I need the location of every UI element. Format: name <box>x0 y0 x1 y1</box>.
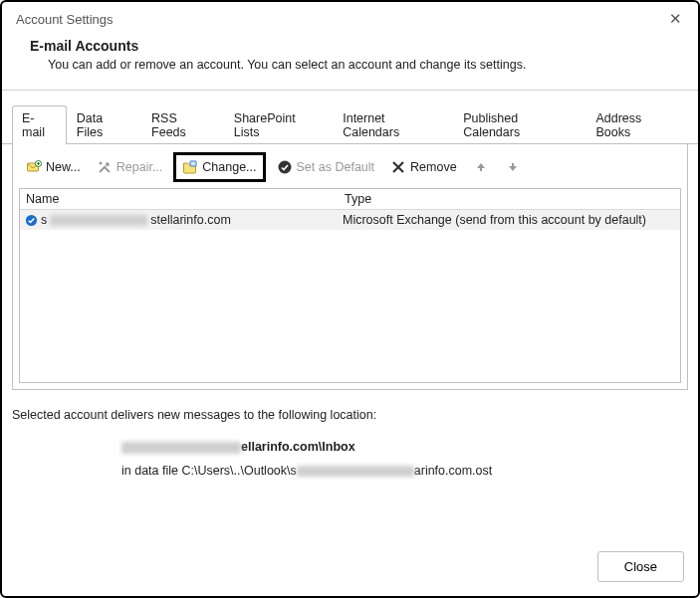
default-account-check-icon <box>24 213 38 227</box>
tab-sharepoint-lists[interactable]: SharePoint Lists <box>224 105 333 144</box>
close-button[interactable]: Close <box>597 551 684 582</box>
change-account-button[interactable]: Change... <box>173 152 265 182</box>
email-tab-panel: New... Repair... Change... <box>12 144 688 390</box>
data-file-path-suffix: arinfo.com.ost <box>414 464 493 478</box>
account-name-suffix: stellarinfo.com <box>150 213 231 227</box>
svg-rect-3 <box>190 161 196 166</box>
account-type: Microsoft Exchange (send from this accou… <box>343 213 676 227</box>
mail-new-icon <box>26 159 42 175</box>
table-empty-area <box>20 230 680 379</box>
remove-account-button[interactable]: Remove <box>385 156 462 178</box>
repair-account-button: Repair... <box>92 156 168 178</box>
accounts-table: Name Type sstellarinfo.com Microsoft Exc… <box>19 188 681 383</box>
close-icon[interactable]: ✕ <box>665 10 686 28</box>
col-header-name[interactable]: Name <box>26 192 345 206</box>
table-row[interactable]: sstellarinfo.com Microsoft Exchange (sen… <box>20 210 680 230</box>
toolbar: New... Repair... Change... <box>19 152 681 188</box>
remove-account-label: Remove <box>410 160 457 174</box>
redacted-segment <box>50 215 147 226</box>
tab-email[interactable]: E-mail <box>12 105 67 144</box>
tab-data-files[interactable]: Data Files <box>67 105 141 144</box>
tab-address-books[interactable]: Address Books <box>585 105 688 144</box>
svg-rect-5 <box>480 167 482 171</box>
delivery-folder: ellarinfo.com\Inbox <box>121 436 690 460</box>
arrow-down-icon <box>505 159 521 175</box>
x-icon <box>390 159 406 175</box>
tools-icon <box>97 159 113 175</box>
delivery-folder-suffix: ellarinfo.com\Inbox <box>241 440 355 454</box>
tab-bar: E-mail Data Files RSS Feeds SharePoint L… <box>2 91 698 144</box>
set-default-label: Set as Default <box>297 160 375 174</box>
window-title: Account Settings <box>16 12 114 27</box>
move-down-button <box>500 156 526 178</box>
header-desc: You can add or remove an account. You ca… <box>30 58 672 72</box>
table-header: Name Type <box>20 189 680 210</box>
delivery-location-heading: Selected account delivers new messages t… <box>12 408 690 422</box>
titlebar: Account Settings ✕ <box>2 2 698 34</box>
svg-point-2 <box>99 162 102 165</box>
redacted-segment <box>121 442 241 454</box>
header-title: E-mail Accounts <box>30 38 672 54</box>
col-header-type[interactable]: Type <box>345 192 674 206</box>
new-account-label: New... <box>46 160 81 174</box>
check-circle-icon <box>277 159 293 175</box>
svg-rect-6 <box>512 163 514 167</box>
account-name-prefix: s <box>41 213 47 227</box>
set-default-button: Set as Default <box>272 156 380 178</box>
folder-change-icon <box>182 159 198 175</box>
repair-account-label: Repair... <box>117 160 163 174</box>
tab-published-calendars[interactable]: Published Calendars <box>453 105 585 144</box>
data-file-path-prefix: in data file C:\Users\..\Outlook\s <box>121 464 297 478</box>
new-account-button[interactable]: New... <box>21 156 86 178</box>
tab-internet-calendars[interactable]: Internet Calendars <box>333 105 453 144</box>
redacted-segment <box>297 466 414 477</box>
svg-point-4 <box>278 161 291 174</box>
delivery-location-section: Selected account delivers new messages t… <box>2 390 698 484</box>
data-file-path: in data file C:\Users\..\Outlook\sarinfo… <box>121 460 690 484</box>
tab-rss-feeds[interactable]: RSS Feeds <box>141 105 224 144</box>
header: E-mail Accounts You can add or remove an… <box>2 34 698 91</box>
change-account-label: Change... <box>202 160 256 174</box>
move-up-button <box>468 156 494 178</box>
arrow-up-icon <box>473 159 489 175</box>
